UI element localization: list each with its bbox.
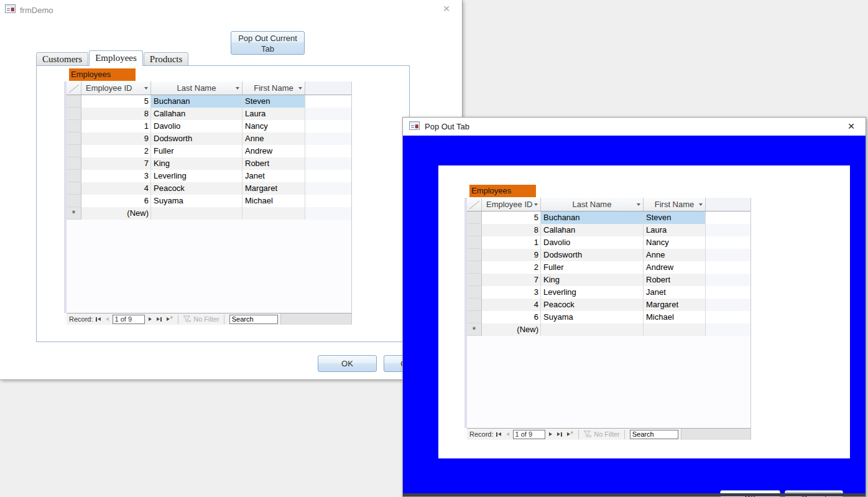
cell-employee-id[interactable]: 1	[482, 236, 541, 249]
cell-last-name[interactable]: Suyama	[151, 195, 242, 207]
horizontal-scrollbar[interactable]	[280, 314, 351, 325]
cell-employee-id[interactable]: 9	[81, 132, 151, 145]
cell-employee-id[interactable]: 7	[81, 157, 151, 170]
cell-employee-id[interactable]: 2	[81, 145, 151, 157]
record-position-box[interactable]: 1 of 9	[513, 430, 545, 439]
no-filter-button[interactable]: No Filter	[581, 430, 622, 438]
cell-first-name[interactable]: Michael	[644, 311, 706, 323]
cell-first-name[interactable]: Robert	[242, 157, 305, 170]
cell-first-name[interactable]: Andrew	[644, 261, 706, 274]
row-selector[interactable]	[67, 170, 81, 182]
ok-button[interactable]: OK	[318, 355, 377, 372]
cell-employee-id[interactable]: 3	[81, 170, 151, 182]
no-filter-button[interactable]: No Filter	[181, 315, 221, 323]
cell-last-name[interactable]: Buchanan	[541, 211, 644, 224]
close-icon[interactable]: ×	[438, 2, 455, 16]
cell-last-name[interactable]: King	[151, 157, 242, 170]
cell-last-name[interactable]: Suyama	[541, 311, 644, 323]
cell-first-name[interactable]: Janet	[644, 286, 706, 299]
cell-employee-id[interactable]: 4	[81, 182, 151, 195]
row-selector[interactable]	[67, 145, 81, 157]
filter-dropdown-icon[interactable]	[534, 203, 538, 206]
cell-employee-id[interactable]: 5	[81, 95, 151, 108]
cell-last-name[interactable]: Callahan	[151, 108, 242, 120]
cell-employee-id[interactable]: 5	[482, 211, 541, 224]
cell-last-name[interactable]: Peacock	[151, 182, 242, 195]
column-header-employee-id[interactable]: Employee ID	[482, 198, 541, 211]
tab-employees[interactable]: Employees	[89, 50, 143, 66]
column-header-last-name[interactable]: Last Name	[151, 81, 242, 95]
cell-last-name[interactable]: Callahan	[541, 224, 644, 236]
row-selector[interactable]	[467, 274, 482, 286]
cell-last-name[interactable]: Leverling	[541, 286, 644, 299]
row-selector[interactable]	[467, 236, 482, 249]
row-selector[interactable]	[67, 182, 81, 195]
cell-employee-id[interactable]: 8	[482, 224, 541, 236]
first-record-button[interactable]	[494, 429, 504, 440]
search-input[interactable]	[630, 430, 678, 439]
first-record-button[interactable]	[93, 314, 103, 325]
filter-dropdown-icon[interactable]	[144, 87, 148, 90]
row-selector[interactable]	[67, 95, 81, 108]
filter-dropdown-icon[interactable]	[699, 203, 703, 206]
record-position-box[interactable]: 1 of 9	[113, 315, 145, 324]
filter-dropdown-icon[interactable]	[236, 87, 239, 90]
cell-new[interactable]: (New)	[81, 207, 151, 220]
row-selector[interactable]	[467, 224, 482, 236]
cell-employee-id[interactable]: 1	[81, 120, 151, 132]
row-selector[interactable]	[467, 211, 482, 224]
cell-last-name[interactable]	[541, 323, 644, 336]
last-record-button[interactable]	[555, 429, 565, 440]
cell-employee-id[interactable]: 4	[482, 299, 541, 311]
cell-last-name[interactable]: King	[541, 274, 644, 286]
cell-employee-id[interactable]: 3	[482, 286, 541, 299]
cell-employee-id[interactable]: 8	[81, 108, 151, 120]
row-selector[interactable]	[467, 249, 482, 261]
cell-first-name[interactable]: Nancy	[644, 236, 706, 249]
row-selector[interactable]	[467, 261, 482, 274]
cell-first-name[interactable]: Steven	[644, 211, 706, 224]
column-header-last-name[interactable]: Last Name	[541, 198, 644, 211]
last-record-button[interactable]	[154, 314, 164, 325]
close-icon[interactable]: ×	[843, 119, 859, 133]
next-record-button[interactable]	[547, 429, 555, 440]
cell-first-name[interactable]: Michael	[242, 195, 305, 207]
new-record-selector[interactable]: *	[67, 207, 81, 220]
cell-first-name[interactable]	[242, 207, 305, 220]
row-selector[interactable]	[67, 120, 81, 132]
cell-last-name[interactable]	[151, 207, 242, 220]
cell-employee-id[interactable]: 6	[482, 311, 541, 323]
cell-last-name[interactable]: Dodsworth	[541, 249, 644, 261]
select-all-cell[interactable]	[467, 198, 482, 211]
select-all-cell[interactable]	[67, 81, 81, 95]
cell-first-name[interactable]: Steven	[242, 95, 305, 108]
column-header-first-name[interactable]: First Name	[644, 198, 706, 211]
cell-employee-id[interactable]: 7	[482, 274, 541, 286]
tab-products[interactable]: Products	[144, 52, 189, 66]
row-selector[interactable]	[67, 157, 81, 170]
cell-last-name[interactable]: Fuller	[151, 145, 242, 157]
cell-first-name[interactable]: Margaret	[644, 299, 706, 311]
cell-first-name[interactable]: Robert	[644, 274, 706, 286]
horizontal-scrollbar[interactable]	[681, 429, 750, 440]
cell-last-name[interactable]: Fuller	[541, 261, 644, 274]
cell-last-name[interactable]: Dodsworth	[151, 132, 242, 145]
row-selector[interactable]	[467, 299, 482, 311]
cell-last-name[interactable]: Davolio	[151, 120, 242, 132]
search-input[interactable]	[229, 315, 278, 324]
cell-last-name[interactable]: Davolio	[541, 236, 644, 249]
cell-first-name[interactable]: Andrew	[242, 145, 305, 157]
cell-employee-id[interactable]: 6	[81, 195, 151, 207]
cell-first-name[interactable]	[644, 323, 706, 336]
tab-customers[interactable]: Customers	[36, 52, 88, 66]
cell-employee-id[interactable]: 2	[482, 261, 541, 274]
filter-dropdown-icon[interactable]	[637, 203, 640, 206]
cell-last-name[interactable]: Peacock	[541, 299, 644, 311]
cell-first-name[interactable]: Laura	[644, 224, 706, 236]
row-selector[interactable]	[67, 108, 81, 120]
cell-first-name[interactable]: Margaret	[242, 182, 305, 195]
row-selector[interactable]	[67, 132, 81, 145]
column-header-first-name[interactable]: First Name	[242, 81, 305, 95]
cell-first-name[interactable]: Anne	[242, 132, 305, 145]
cell-new[interactable]: (New)	[482, 323, 541, 336]
